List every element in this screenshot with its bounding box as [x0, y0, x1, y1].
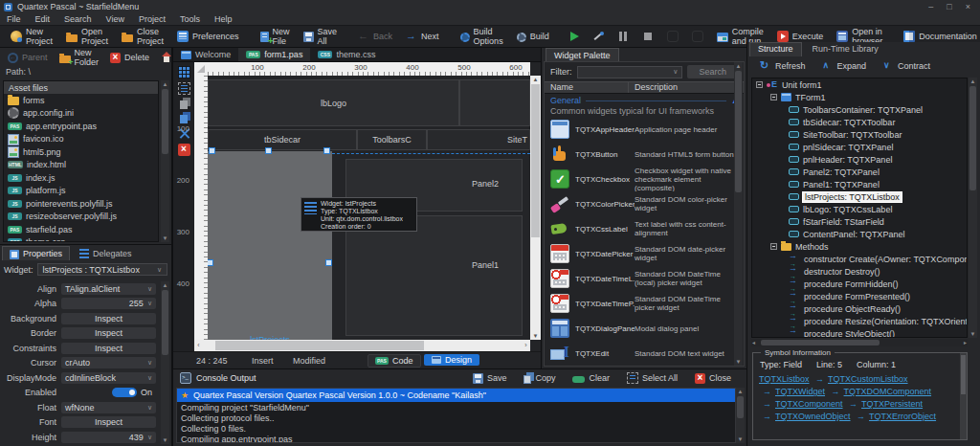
toolbar-button[interactable] — [564, 30, 586, 43]
palette-item[interactable]: TQTXDatePicker Standard DOM date-picker … — [545, 241, 744, 266]
structure-tab[interactable]: Structure — [749, 42, 802, 56]
tree-row[interactable]: procedure StyleObject() — [752, 327, 967, 338]
property-editor[interactable]: 255 ∨ — [61, 298, 156, 309]
structure-horizontal-scrollbar[interactable]: ◂▸ — [751, 339, 968, 346]
file-row[interactable]: JS pointerevents.polyfill.js — [4, 197, 158, 211]
tree-row[interactable]: procedure ObjectReady() — [752, 302, 967, 315]
property-editor[interactable]: TAlign.alClient ∨ — [61, 283, 156, 295]
search-button[interactable]: Search — [687, 65, 738, 78]
tree-row[interactable]: procedure FormPresented() — [752, 290, 967, 302]
tree-row[interactable]: procedure Resize(Orientation: TQTXOrient… — [752, 315, 967, 327]
editor-tab[interactable]: PAS form1.pas — [238, 48, 310, 61]
tree-row[interactable]: pnlHeader: TQTXPanel — [752, 153, 967, 166]
editor-tab[interactable]: Welcome — [173, 48, 238, 61]
file-row[interactable]: JS index.js — [4, 171, 158, 185]
console-line[interactable]: Quartex Pascal Version Quartex Pascal Ve… — [177, 389, 735, 402]
menu-item[interactable]: Edit — [35, 14, 51, 24]
palette-item[interactable]: TQTXDialogPanel Modal dialog panel — [545, 316, 744, 341]
close-icon[interactable]: × — [966, 2, 970, 11]
tree-row[interactable]: ContentPanel: TQTXPanel — [752, 228, 967, 240]
designed-toolbar-tbsidecar[interactable]: tbSidecar — [208, 129, 357, 150]
designed-toolbar-toolbarscontainer[interactable]: ToolbarsC — [357, 129, 427, 150]
menu-item[interactable]: Project — [139, 14, 166, 24]
minimize-icon[interactable]: – — [928, 2, 933, 11]
menu-item[interactable]: Help — [214, 14, 233, 24]
selection-handle[interactable] — [323, 147, 330, 154]
property-editor[interactable]: Inspect ∨ — [61, 343, 156, 354]
property-editor[interactable]: wfNone ∨ — [61, 402, 156, 413]
designed-header-panel[interactable] — [459, 79, 530, 126]
tree-row[interactable]: pnlSidecar: TQTXPanel — [752, 141, 967, 153]
toolbar-button[interactable]: Close Project — [115, 25, 170, 48]
property-editor[interactable]: Inspect ∨ — [61, 313, 156, 324]
console-button[interactable]: Copy — [515, 372, 564, 384]
property-editor[interactable]: On ∨ — [61, 387, 156, 398]
structure-toolbar-button[interactable]: Refresh — [753, 59, 813, 73]
toolbar-button[interactable]: Open Project — [59, 25, 115, 48]
palette-item[interactable]: TQTXButton Standard HTML5 form button — [545, 142, 744, 167]
file-row[interactable]: JS resizeobserver.polyfill.js — [4, 211, 158, 224]
maximize-icon[interactable]: □ — [947, 2, 951, 11]
symbol-link[interactable]: TQTXListbox — [759, 374, 810, 384]
symbol-scrollbar[interactable] — [960, 353, 967, 439]
selection-handle[interactable] — [209, 147, 215, 154]
symbol-link[interactable]: TQTXWidget — [775, 387, 825, 396]
expander-icon[interactable] — [770, 243, 777, 250]
console-scrollbar[interactable]: ▲▼ — [736, 388, 745, 443]
palette-item[interactable]: TQTXCssLabel Text label with css content… — [545, 216, 744, 241]
property-editor[interactable]: Inspect ∨ — [61, 416, 156, 428]
design-view-button[interactable]: Design — [424, 354, 479, 366]
tree-row[interactable]: Unit form1 — [752, 78, 967, 91]
designed-listbox-lstprojects[interactable]: lstProjects — [208, 151, 332, 340]
widget-palette-tab[interactable]: Widget Palette — [546, 48, 619, 61]
toolbar-button[interactable]: Preferences — [170, 29, 246, 44]
palette-item[interactable]: TQTXEdit Standard DOM text widget — [545, 341, 744, 366]
designer-horizontal-scrollbar[interactable]: ‹› — [194, 340, 530, 351]
property-editor[interactable]: cdInlineBlock ∨ — [61, 372, 156, 384]
console-button[interactable]: Select All — [618, 372, 686, 384]
designed-panel1[interactable]: Panel1 — [345, 215, 523, 336]
palette-item[interactable]: TQTXCheckbox Checkbox widget with native… — [545, 167, 744, 191]
structure-vertical-scrollbar[interactable]: ▲▼ — [969, 78, 977, 338]
palette-group-header[interactable]: General ▲ Common widgets typical for UI … — [545, 94, 744, 117]
symbol-link[interactable]: TQTXComponent — [775, 399, 843, 409]
toolbar-button[interactable]: Next — [399, 29, 446, 44]
designer-vertical-scrollbar[interactable]: ▲▼ — [530, 76, 541, 340]
tree-row[interactable]: lbLogo: TQTXCssLabel — [752, 203, 967, 215]
file-row[interactable]: CSS theme.css — [4, 236, 158, 243]
toolbar-button[interactable]: New File — [254, 25, 297, 48]
designed-label-lblogo[interactable]: lbLogo — [208, 79, 459, 126]
file-browser-button[interactable]: New Folder — [55, 46, 104, 69]
file-browser-button[interactable]: Parent — [3, 51, 53, 65]
toolbar-button[interactable] — [685, 29, 710, 44]
tree-row[interactable]: constructor Create(AOwner: TQTXComponent… — [752, 253, 967, 265]
console-line[interactable]: Collecting 0 files. — [177, 423, 735, 434]
console-button[interactable]: Save — [464, 372, 516, 384]
palette-item[interactable]: TQTXDateTimeL... Standard DOM DateTime (… — [545, 266, 744, 291]
file-list-scrollbar[interactable]: ▲▼ — [161, 80, 169, 242]
code-view-button[interactable]: PAS Code — [368, 354, 421, 368]
file-browser-button[interactable]: Delete — [105, 51, 154, 65]
property-editor[interactable]: crAuto ∨ — [61, 357, 156, 368]
selection-handle[interactable] — [208, 259, 213, 266]
properties-tab[interactable]: Delegates — [72, 246, 140, 260]
structure-tab[interactable]: Run-Time Library — [804, 42, 887, 56]
structure-toolbar-button[interactable]: Contract — [876, 59, 937, 73]
file-row[interactable]: PAS starfield.pas — [4, 223, 158, 236]
selection-handle[interactable] — [325, 259, 332, 266]
tree-row[interactable]: Panel1: TQTXPanel — [752, 178, 967, 190]
toolbar-button[interactable]: Back — [351, 29, 399, 44]
symbol-link[interactable]: TQTXErrorObject — [869, 412, 936, 421]
tree-row[interactable]: SiteToolbar: TQTXToolbar — [752, 128, 967, 141]
palette-item[interactable]: TQTXDateTimeP... Standard DOM DateTime p… — [545, 291, 744, 316]
toolbar-button[interactable] — [586, 29, 611, 44]
symbol-link[interactable]: TQTXCustomListbox — [828, 374, 908, 384]
property-editor[interactable]: 439 ∨ — [61, 432, 156, 443]
symbol-link[interactable]: TQTXDOMComponent — [844, 387, 932, 396]
tree-row[interactable]: destructor Destroy() — [752, 265, 967, 278]
expander-icon[interactable] — [770, 94, 777, 100]
palette-item[interactable]: TQTXAppHeader Application page header — [545, 117, 744, 142]
console-button[interactable]: Close — [686, 372, 740, 384]
structure-toolbar-button[interactable]: Expand — [815, 59, 874, 73]
editor-tab[interactable]: CSS theme.css — [310, 48, 383, 61]
